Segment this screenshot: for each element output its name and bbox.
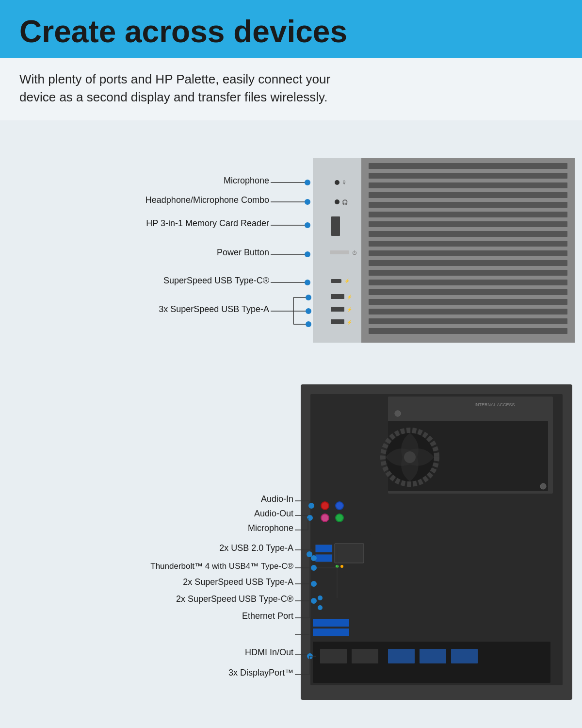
svg-rect-8 — [369, 241, 567, 247]
dot-ss-usba-back — [311, 581, 317, 587]
screw-top-left — [395, 411, 401, 416]
header-section: Create across devices — [0, 0, 582, 58]
dot-microphone — [305, 180, 310, 185]
port-usba-3 — [331, 319, 344, 324]
label-usbc: SuperSpeed USB Type-C® — [163, 276, 269, 285]
port-headphone — [335, 199, 340, 204]
dot-headphone — [305, 199, 310, 205]
dot-usba-1 — [306, 295, 311, 300]
port-dp-2 — [420, 649, 446, 663]
svg-rect-14 — [369, 299, 567, 305]
port-dp-1 — [388, 649, 415, 663]
port-usbc-back-dot-2 — [318, 605, 323, 610]
dot-card-reader — [305, 222, 310, 228]
label-headphone: Headphone/Microphone Combo — [146, 195, 269, 205]
port-hdmi-2 — [352, 649, 378, 663]
port-audio-blue — [336, 502, 343, 510]
svg-rect-0 — [369, 163, 567, 169]
back-panel-section: INTERNAL ACCESS — [0, 375, 582, 707]
svg-rect-16 — [369, 318, 567, 324]
usbc-back-area — [313, 591, 352, 615]
icon-usba-2: ⚡ — [347, 307, 353, 313]
icon-power: ⏻ — [352, 250, 357, 255]
label-dp: 3x DisplayPort™ — [228, 668, 293, 678]
port-mic — [335, 180, 340, 185]
port-audio-red-1 — [321, 502, 329, 510]
icon-usba-1: ⚡ — [347, 294, 353, 300]
icon-usba-3: ⚡ — [347, 319, 353, 325]
label-usba: 3x SuperSpeed USB Type-A — [159, 304, 269, 314]
port-power-btn — [330, 250, 349, 254]
label-mic-back: Microphone — [248, 523, 293, 533]
port-usba-1 — [331, 294, 344, 299]
icon-usbc: ⚡ — [344, 278, 350, 284]
label-microphone: Microphone — [224, 176, 269, 185]
port-usbc — [331, 279, 341, 283]
label-audio-out: Audio-Out — [254, 509, 293, 518]
port-usba-2 — [331, 307, 344, 312]
port-hdmi-1 — [320, 649, 347, 663]
dot-usba-2 — [306, 308, 311, 314]
svg-rect-10 — [369, 260, 567, 266]
port-audio-green — [336, 514, 343, 522]
dot-power — [305, 251, 310, 257]
port-card-slot — [331, 216, 340, 236]
svg-rect-3 — [369, 192, 567, 198]
icon-mic: 🎙 — [342, 180, 347, 185]
dot-usbc — [305, 280, 310, 285]
back-panel-diagram: INTERNAL ACCESS — [0, 375, 582, 705]
port-eth — [335, 544, 364, 563]
svg-rect-15 — [369, 309, 567, 314]
label-power: Power Button — [217, 248, 269, 257]
dot-usb2 — [311, 555, 317, 561]
eth-led-2 — [340, 565, 343, 568]
port-usbc-back-dot — [318, 596, 323, 600]
front-panel-section: Microphone Headphone/Microphone Combo HP… — [0, 145, 582, 350]
svg-rect-12 — [369, 280, 567, 285]
screw-fan-br — [540, 483, 546, 489]
label-ss-usba-back: 2x SuperSpeed USB Type-A — [183, 577, 293, 587]
svg-rect-6 — [369, 221, 567, 227]
dot-audio-in — [308, 503, 314, 509]
svg-rect-13 — [369, 289, 567, 295]
dot-ss-usbc-back — [311, 598, 317, 604]
port-usba-back-1 — [315, 545, 332, 552]
svg-rect-4 — [369, 202, 567, 208]
svg-rect-2 — [369, 182, 567, 188]
svg-rect-5 — [369, 212, 567, 217]
svg-rect-11 — [369, 270, 567, 276]
dot-usba-3 — [306, 321, 311, 327]
svg-rect-7 — [369, 231, 567, 237]
label-card-reader: HP 3-in-1 Memory Card Reader — [146, 218, 269, 228]
label-tb4: Thunderbolt™ 4 with USB4™ Type-C® — [150, 562, 293, 571]
port-usba-back-4 — [313, 629, 349, 636]
svg-rect-17 — [369, 328, 567, 334]
port-usba-back-3 — [313, 619, 349, 627]
port-audio-pink — [321, 514, 329, 522]
subtitle-text: With plenty of ports and HP Palette, eas… — [19, 70, 359, 106]
dot-eth — [307, 551, 312, 557]
svg-rect-9 — [369, 250, 567, 256]
label-audio-in: Audio-In — [261, 494, 293, 504]
label-hdmi: HDMI In/Out — [245, 647, 293, 657]
label-eth: Ethernet Port — [242, 611, 293, 621]
dot-tb4 — [311, 565, 317, 571]
port-dp-3 — [451, 649, 478, 663]
page-title: Create across devices — [19, 15, 563, 49]
internal-access-label: INTERNAL ACCESS — [474, 402, 515, 407]
front-panel-diagram: Microphone Headphone/Microphone Combo HP… — [0, 145, 582, 348]
port-usba-back-2 — [315, 554, 332, 562]
subtitle-section: With plenty of ports and HP Palette, eas… — [0, 58, 582, 120]
content-area: Microphone Headphone/Microphone Combo HP… — [0, 120, 582, 726]
label-ss-usbc-back: 2x SuperSpeed USB Type-C® — [176, 594, 293, 604]
icon-headphone: 🎧 — [342, 199, 348, 205]
svg-point-21 — [404, 451, 416, 463]
label-usb2: 2x USB 2.0 Type-A — [219, 543, 293, 553]
svg-rect-1 — [369, 173, 567, 179]
